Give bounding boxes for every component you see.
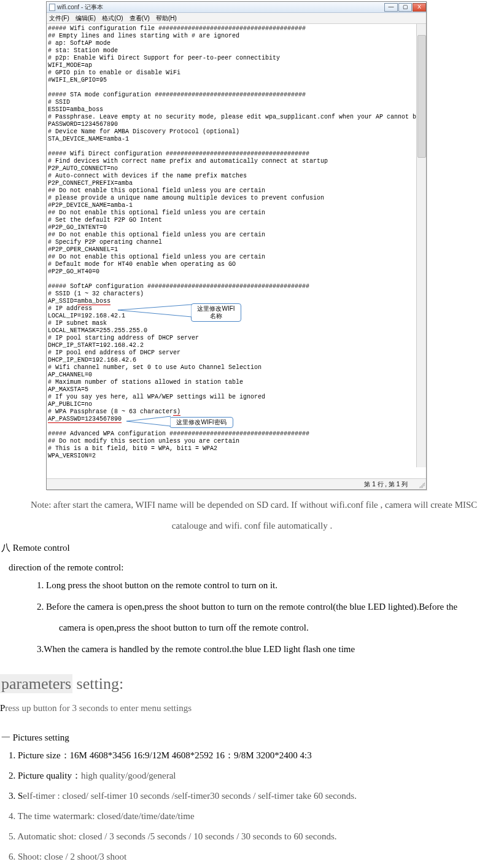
time-watermark: 4. The time watermark: closed/date/time/… — [9, 808, 504, 825]
picture-quality: 2. Picture quality：high quality/good/gen… — [9, 768, 504, 784]
automatic-shot: 5. Automatic shot: closed / 3 seconds /5… — [9, 828, 504, 845]
remote-direction-label: direction of the remote control: — [9, 562, 504, 573]
section-remote-control: 八 Remote control — [1, 542, 504, 554]
section-pictures-setting: 一 Pictures setting — [1, 732, 504, 744]
resize-grip-icon[interactable] — [419, 482, 425, 488]
svg-marker-0 — [118, 305, 192, 317]
menu-edit[interactable]: 编辑(E) — [76, 14, 96, 23]
remote-step-1: 1. Long press the shoot button on the re… — [37, 577, 479, 594]
callout-arrow-1 — [118, 301, 192, 320]
menu-format[interactable]: 格式(O) — [102, 14, 123, 23]
note-text-1: Note: after start the camera, WIFI name … — [25, 497, 479, 513]
callout-arrow-2 — [126, 414, 171, 428]
scroll-thumb[interactable] — [417, 35, 426, 158]
minimize-button[interactable]: — — [384, 3, 398, 12]
maximize-button[interactable]: ▢ — [398, 3, 412, 12]
svg-marker-1 — [126, 416, 171, 426]
press-up-instruction: PPress up button for 3 seconds to enter … — [0, 703, 504, 713]
close-button[interactable]: X — [413, 3, 426, 12]
shoot: 6. Shoot: close / 2 shoot/3 shoot — [9, 849, 504, 865]
remote-step-2b: camera is open,press the shoot button to… — [59, 619, 479, 637]
callout-wifi-name: 这里修改WIFI名称 — [191, 303, 241, 322]
note-text-2: catalouge and wifi. conf file automatica… — [25, 518, 479, 534]
menu-view[interactable]: 查看(V) — [130, 14, 150, 23]
menu-file[interactable]: 文件(F) — [49, 14, 69, 23]
window-title: wifi.conf - 记事本 — [57, 3, 103, 12]
menu-bar: 文件(F) 编辑(E) 格式(O) 查看(V) 帮助(H) — [47, 13, 426, 24]
vertical-scrollbar[interactable] — [416, 24, 426, 467]
parameters-heading: parameters setting: — [0, 675, 504, 693]
remote-step-3: 3.When the camera is handled by the remo… — [37, 640, 479, 658]
status-caret-position: 第 1 行 , 第 1 列 — [364, 480, 408, 489]
document-icon — [49, 4, 55, 11]
remote-step-2a: 2. Before the camera is open,press the s… — [37, 598, 479, 616]
self-timer: 3. Self-timer : closed/ self-timer 10 se… — [9, 788, 504, 804]
notepad-window: wifi.conf - 记事本 — ▢ X 文件(F) 编辑(E) 格式(O) … — [46, 1, 427, 490]
callout-wifi-password: 这里修改WIFI密码 — [169, 417, 233, 428]
menu-help[interactable]: 帮助(H) — [156, 14, 177, 23]
status-bar: 第 1 行 , 第 1 列 — [47, 478, 426, 489]
picture-size: 1. Picture size：16M 4608*3456 16:9/12M 4… — [9, 747, 504, 764]
document-body: Note: after start the camera, WIFI name … — [0, 497, 504, 867]
editor-area[interactable]: ##### Wifi configuration file ##########… — [47, 24, 426, 478]
parameters-heading-rest: setting: — [72, 675, 123, 693]
titlebar[interactable]: wifi.conf - 记事本 — ▢ X — [47, 2, 426, 13]
parameters-heading-highlight: parameters — [0, 674, 72, 693]
